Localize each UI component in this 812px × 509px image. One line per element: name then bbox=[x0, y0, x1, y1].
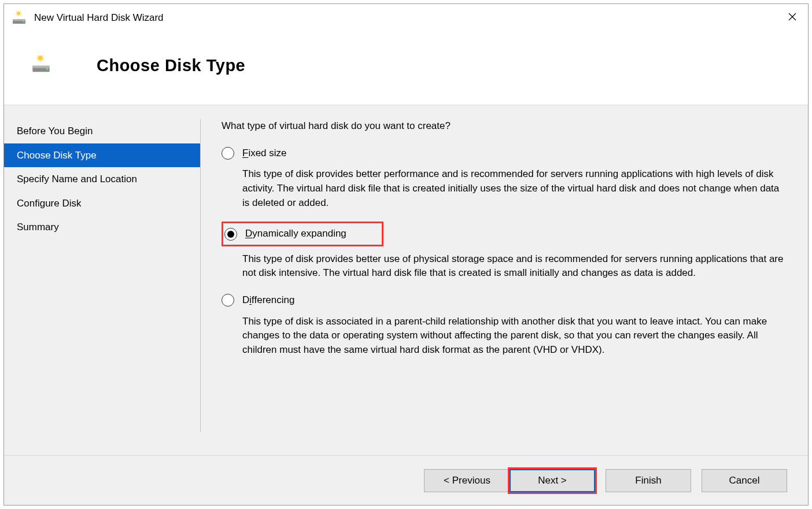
disk-wizard-icon bbox=[12, 11, 26, 25]
svg-line-10 bbox=[17, 15, 17, 16]
option-differencing: Differencing This type of disk is associ… bbox=[222, 292, 787, 357]
sidebar-divider bbox=[200, 119, 201, 432]
svg-line-24 bbox=[38, 60, 38, 61]
radio-differencing[interactable]: Differencing bbox=[222, 292, 787, 309]
radio-dynamically-expanding[interactable]: Dynamically expanding bbox=[222, 222, 383, 246]
option-label: Differencing bbox=[242, 293, 294, 308]
previous-button[interactable]: < Previous bbox=[424, 469, 510, 492]
step-before-you-begin[interactable]: Before You Begin bbox=[4, 119, 201, 143]
radio-icon bbox=[222, 147, 234, 160]
svg-rect-1 bbox=[13, 19, 25, 21]
prev-next-group: < Previous Next > bbox=[424, 469, 595, 492]
page-title: Choose Disk Type bbox=[97, 56, 245, 75]
radio-icon bbox=[222, 294, 234, 307]
option-description: This type of disk is associated in a par… bbox=[242, 315, 786, 357]
svg-line-23 bbox=[42, 60, 43, 61]
wizard-window: New Virtual Hard Disk Wizard bbox=[3, 3, 809, 506]
step-choose-disk-type[interactable]: Choose Disk Type bbox=[4, 143, 201, 168]
step-summary[interactable]: Summary bbox=[4, 215, 201, 239]
close-icon bbox=[788, 13, 796, 23]
svg-point-2 bbox=[23, 21, 25, 23]
radio-fixed-size[interactable]: Fixed size bbox=[222, 145, 787, 162]
wizard-footer: < Previous Next > Finish Cancel bbox=[4, 455, 808, 505]
disk-type-question: What type of virtual hard disk do you wa… bbox=[222, 119, 787, 134]
option-label: Dynamically expanding bbox=[245, 227, 346, 241]
svg-line-9 bbox=[20, 15, 21, 16]
wizard-content: What type of virtual hard disk do you wa… bbox=[201, 105, 808, 455]
titlebar: New Virtual Hard Disk Wizard bbox=[4, 4, 808, 32]
finish-button[interactable]: Finish bbox=[606, 469, 691, 492]
close-button[interactable] bbox=[779, 9, 806, 27]
svg-line-22 bbox=[38, 56, 38, 56]
cancel-button[interactable]: Cancel bbox=[702, 469, 787, 492]
window-title: New Virtual Hard Disk Wizard bbox=[34, 12, 779, 24]
wizard-header: Choose Disk Type bbox=[4, 32, 808, 105]
wizard-sidebar: Before You Begin Choose Disk Type Specif… bbox=[4, 105, 201, 455]
svg-point-17 bbox=[38, 56, 43, 60]
svg-line-25 bbox=[42, 56, 43, 56]
disk-wizard-header-icon bbox=[32, 55, 53, 76]
step-specify-name-location[interactable]: Specify Name and Location bbox=[4, 167, 201, 191]
next-button[interactable]: Next > bbox=[510, 469, 595, 492]
option-label: Fixed size bbox=[242, 146, 287, 161]
step-configure-disk[interactable]: Configure Disk bbox=[4, 191, 201, 216]
svg-point-16 bbox=[46, 68, 49, 70]
svg-line-11 bbox=[20, 12, 21, 12]
option-fixed-size: Fixed size This type of disk provides be… bbox=[222, 145, 787, 211]
option-description: This type of disk provides better use of… bbox=[242, 252, 786, 281]
option-dynamically-expanding: Dynamically expanding This type of disk … bbox=[222, 222, 787, 281]
radio-icon bbox=[224, 228, 237, 241]
wizard-body: Before You Begin Choose Disk Type Specif… bbox=[4, 105, 808, 455]
svg-line-8 bbox=[17, 12, 17, 12]
svg-rect-15 bbox=[32, 66, 49, 68]
svg-point-3 bbox=[17, 12, 20, 15]
option-description: This type of disk provides better perfor… bbox=[242, 167, 786, 210]
